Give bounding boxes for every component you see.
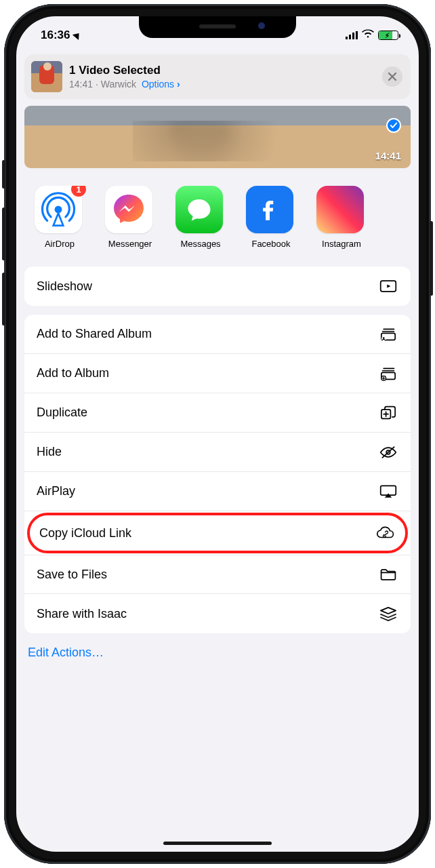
cellular-icon <box>346 31 358 39</box>
header-title: 1 Video Selected <box>69 64 375 77</box>
chevron-right-icon: › <box>177 79 180 90</box>
volume-up-button <box>2 208 5 260</box>
front-camera <box>258 22 265 29</box>
header-thumbnail[interactable] <box>31 61 62 92</box>
actions-list: Slideshow Add to Shared Album Add to Alb… <box>24 267 411 660</box>
share-app-facebook[interactable]: Facebook <box>246 186 296 249</box>
action-save-to-files[interactable]: Save to Files <box>24 555 411 594</box>
action-slideshow[interactable]: Slideshow <box>24 267 411 306</box>
badge: 1 <box>71 186 86 197</box>
share-app-airdrop[interactable]: 1 AirDrop <box>35 186 85 249</box>
battery-icon: ⚡︎ <box>378 31 398 40</box>
share-header: 1 Video Selected 14:41 · Warwick Options… <box>24 54 411 99</box>
volume-down-button <box>2 273 5 326</box>
action-copy-icloud-link[interactable]: Copy iCloud Link <box>27 513 408 553</box>
phone-frame: 16:36 ⚡︎ 1 Video Selected 14:41 <box>4 4 431 864</box>
header-text: 1 Video Selected 14:41 · Warwick Options… <box>69 64 375 90</box>
shared-album-icon <box>378 327 398 342</box>
status-right-group: ⚡︎ <box>346 28 398 42</box>
speaker-grille <box>199 24 236 28</box>
edit-actions-link[interactable]: Edit Actions… <box>24 633 411 660</box>
instagram-icon <box>316 186 364 233</box>
airdrop-icon: 1 <box>35 186 82 233</box>
selection-checkmark-icon[interactable] <box>386 118 401 133</box>
app-label: Instagram <box>316 239 367 249</box>
action-share-with-contact[interactable]: Share with Isaac <box>24 594 411 633</box>
notch <box>139 16 296 38</box>
messenger-icon <box>105 186 152 233</box>
svg-point-4 <box>383 337 385 339</box>
add-album-icon <box>378 366 398 381</box>
header-subtitle-time: 14:41 <box>69 79 93 90</box>
action-hide[interactable]: Hide <box>24 433 411 472</box>
hide-icon <box>378 445 398 460</box>
airplay-icon <box>378 484 398 499</box>
messages-icon <box>175 186 223 233</box>
options-link[interactable]: Options <box>142 79 174 90</box>
app-label: Messages <box>175 239 226 249</box>
duplicate-icon <box>378 406 398 420</box>
mute-switch <box>2 160 5 189</box>
app-label: AirDrop <box>35 239 85 249</box>
screen: 16:36 ⚡︎ 1 Video Selected 14:41 <box>16 16 419 852</box>
action-add-shared-album[interactable]: Add to Shared Album <box>24 315 411 354</box>
action-duplicate[interactable]: Duplicate <box>24 393 411 433</box>
stack-icon <box>378 606 398 621</box>
share-app-instagram[interactable]: Instagram <box>316 186 367 249</box>
status-time: 16:36 <box>41 28 70 42</box>
share-apps-row[interactable]: 1 AirDrop Messenger <box>16 186 419 249</box>
media-preview[interactable]: 14:41 <box>24 106 411 168</box>
header-subtitle-location: Warwick <box>101 79 136 90</box>
wifi-icon <box>362 28 374 42</box>
home-indicator[interactable] <box>163 842 272 845</box>
play-rect-icon <box>378 279 398 294</box>
power-button <box>430 221 433 296</box>
folder-icon <box>378 567 398 582</box>
app-label: Messenger <box>105 239 155 249</box>
action-airplay[interactable]: AirPlay <box>24 472 411 511</box>
header-subtitle[interactable]: 14:41 · Warwick Options › <box>69 79 375 90</box>
status-time-group: 16:36 <box>41 28 81 42</box>
icloud-link-icon <box>375 526 396 540</box>
facebook-icon <box>246 186 293 233</box>
share-app-messenger[interactable]: Messenger <box>105 186 155 249</box>
close-button[interactable] <box>382 66 402 87</box>
preview-duration: 14:41 <box>375 150 401 161</box>
location-icon <box>72 31 82 40</box>
app-label: Facebook <box>246 239 296 249</box>
action-add-album[interactable]: Add to Album <box>24 354 411 393</box>
share-app-messages[interactable]: Messages <box>175 186 226 249</box>
